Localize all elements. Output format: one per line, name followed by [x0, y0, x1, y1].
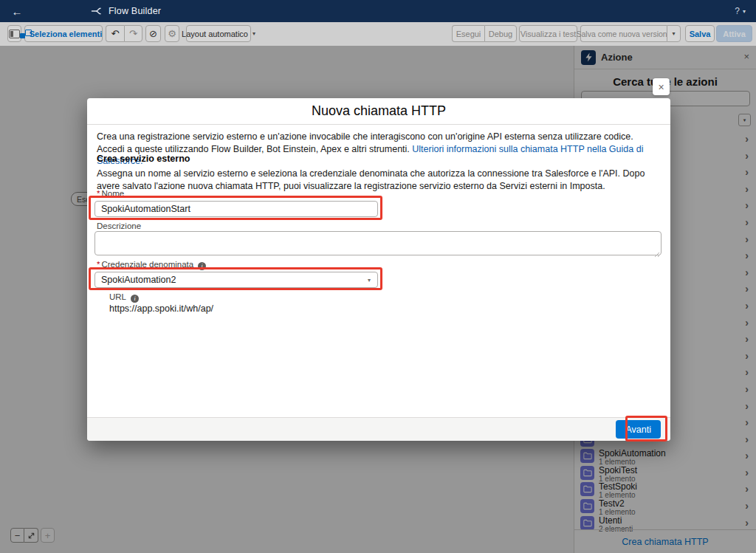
chevron-down-icon: ▾	[743, 8, 746, 15]
section-title: Crea servizio esterno	[97, 154, 661, 164]
help-menu[interactable]: ? ▾	[735, 0, 746, 22]
modal-close-button[interactable]: ×	[653, 78, 670, 95]
modal-title: Nuova chiamata HTTP	[312, 103, 446, 119]
annotation-box-next-button	[625, 416, 667, 442]
flow-builder-icon	[90, 5, 102, 17]
description-textarea[interactable]	[94, 231, 662, 255]
description-field-label: Descrizione	[97, 221, 661, 230]
modal-header: Nuova chiamata HTTP	[87, 98, 670, 125]
modal-footer: Avanti	[87, 417, 670, 441]
annotation-box-name-input	[89, 196, 382, 220]
toolbar-dim-overlay	[0, 22, 756, 46]
help-icon: ?	[735, 6, 740, 16]
url-label-text: URL	[109, 292, 126, 301]
app-title: Flow Builder	[109, 6, 161, 16]
back-button[interactable]: ←	[0, 5, 34, 18]
app-header: ← Flow Builder ? ▾	[0, 0, 756, 22]
close-icon: ×	[658, 81, 664, 93]
annotation-box-credential	[89, 267, 382, 290]
url-label: URLi	[109, 292, 661, 303]
url-value: https://app.spoki.it/wh/ap/	[109, 303, 661, 315]
info-icon[interactable]: i	[131, 295, 139, 303]
